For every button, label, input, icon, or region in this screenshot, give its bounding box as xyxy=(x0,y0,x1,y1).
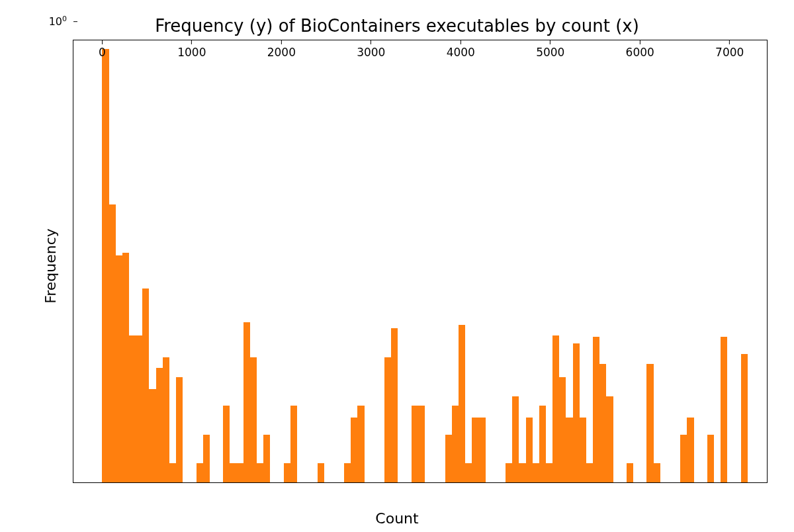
histogram-bar xyxy=(707,435,714,482)
histogram-bar xyxy=(680,435,687,482)
x-tick-label: 3000 xyxy=(357,40,385,59)
histogram-bar xyxy=(533,463,539,482)
histogram-bar xyxy=(197,463,203,482)
chart-title: Frequency (y) of BioContainers executabl… xyxy=(0,16,794,36)
histogram-bar xyxy=(566,418,572,482)
histogram-bar xyxy=(129,335,136,482)
histogram-bar xyxy=(687,418,693,482)
histogram-bar xyxy=(546,463,552,482)
histogram-bar xyxy=(230,463,236,482)
histogram-bar xyxy=(263,435,270,482)
histogram-bar xyxy=(243,322,250,482)
histogram-bar xyxy=(452,406,459,482)
histogram-bar xyxy=(156,368,163,482)
histogram-bar xyxy=(465,463,472,482)
histogram-bar xyxy=(559,377,566,482)
histogram-bar xyxy=(290,406,297,482)
histogram-bar xyxy=(445,435,452,482)
histogram-bar xyxy=(478,418,485,482)
histogram-bar xyxy=(721,337,727,482)
histogram-bar xyxy=(412,406,418,482)
x-axis-label: Count xyxy=(0,510,794,527)
histogram-bar xyxy=(593,337,599,482)
histogram-bar xyxy=(391,328,398,482)
histogram-bar xyxy=(519,463,525,482)
histogram-bar xyxy=(250,357,257,483)
x-tick-label: 7000 xyxy=(715,40,744,59)
histogram-bar xyxy=(586,463,593,482)
histogram-bar xyxy=(102,49,109,482)
histogram-bar xyxy=(351,418,357,482)
histogram-bar xyxy=(384,357,391,483)
histogram-bar xyxy=(203,435,210,482)
histogram-bar xyxy=(580,418,586,482)
x-tick-label: 1000 xyxy=(177,40,206,59)
histogram-bar xyxy=(606,396,613,482)
histogram-bar xyxy=(472,418,478,482)
histogram-bar xyxy=(109,204,116,482)
histogram-bar xyxy=(344,463,351,482)
histogram-bar xyxy=(526,418,533,482)
bar-container xyxy=(73,40,767,482)
histogram-bar xyxy=(122,253,129,482)
histogram-bar xyxy=(654,463,660,482)
histogram-bar xyxy=(418,406,425,482)
histogram-bar xyxy=(573,343,580,482)
histogram-chart: Frequency (y) of BioContainers executabl… xyxy=(0,0,794,532)
histogram-bar xyxy=(163,357,169,483)
histogram-bar xyxy=(357,406,364,482)
histogram-bar xyxy=(506,463,512,482)
histogram-bar xyxy=(512,396,519,482)
x-tick-label: 2000 xyxy=(267,40,296,59)
histogram-bar xyxy=(223,406,230,482)
histogram-bar xyxy=(169,463,176,482)
histogram-bar xyxy=(176,377,183,482)
histogram-bar xyxy=(599,364,606,482)
histogram-bar xyxy=(149,389,155,482)
histogram-bar xyxy=(646,364,653,482)
x-tick-label: 6000 xyxy=(626,40,654,59)
histogram-bar xyxy=(116,255,122,482)
y-axis-label: Frequency xyxy=(42,228,59,304)
x-tick-label: 0 xyxy=(99,40,106,59)
plot-area: 100101102103104 010002000300040005000600… xyxy=(73,40,768,483)
histogram-bar xyxy=(318,463,324,482)
histogram-bar xyxy=(539,406,546,482)
histogram-bar xyxy=(741,354,748,482)
x-tick-label: 4000 xyxy=(447,40,475,59)
histogram-bar xyxy=(552,335,559,482)
histogram-bar xyxy=(284,463,290,482)
histogram-bar xyxy=(257,463,263,482)
histogram-bar xyxy=(459,325,465,482)
histogram-bar xyxy=(627,463,633,482)
histogram-bar xyxy=(136,335,142,482)
histogram-bar xyxy=(237,463,243,482)
x-tick-label: 5000 xyxy=(536,40,564,59)
y-tick-label: 100 xyxy=(49,15,73,28)
histogram-bar xyxy=(142,288,149,482)
